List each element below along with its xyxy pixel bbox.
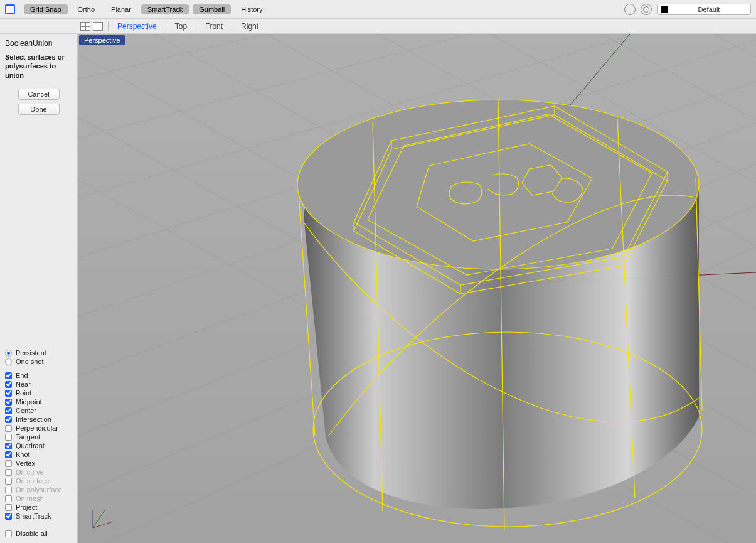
checkbox-icon (5, 434, 12, 441)
checkbox-icon (5, 487, 12, 493)
command-panel: BooleanUnion Select surfaces or polysurf… (0, 34, 78, 543)
checkbox-icon (5, 451, 12, 458)
current-layer-dropdown[interactable]: Default (657, 4, 751, 15)
view-tabs-bar: PerspectiveTopFrontRight (0, 19, 756, 34)
osnap-on-surface: On surface (5, 476, 72, 485)
cancel-button[interactable]: Cancel (18, 89, 60, 100)
osnap-near[interactable]: Near (5, 380, 72, 389)
osnap-project[interactable]: Project (5, 503, 72, 512)
snap-toggle-history[interactable]: History (235, 4, 269, 14)
view-tab-front[interactable]: Front (196, 22, 232, 31)
snap-toggle-smarttrack[interactable]: SmartTrack (141, 4, 189, 14)
command-name: BooleanUnion (5, 39, 72, 48)
done-button[interactable]: Done (18, 104, 60, 115)
checkbox-icon (5, 399, 12, 406)
snap-toggle-ortho[interactable]: Ortho (72, 4, 102, 14)
topbar-right: Default (624, 4, 751, 15)
checkbox-icon (5, 381, 12, 388)
selected-cylinder (297, 100, 699, 509)
checkbox-icon (5, 478, 12, 485)
single-view-icon[interactable] (93, 22, 103, 31)
checkbox-icon (5, 504, 12, 511)
osnap-end[interactable]: End (5, 371, 72, 380)
osnap-knot[interactable]: Knot (5, 450, 72, 459)
four-view-icon[interactable] (80, 22, 90, 31)
checkbox-icon (5, 425, 12, 432)
snap-toggle-gumball[interactable]: Gumball (193, 4, 231, 14)
radio-icon (5, 350, 12, 357)
osnap-tangent[interactable]: Tangent (5, 433, 72, 441)
osnap-smarttrack[interactable]: SmartTrack (5, 512, 72, 520)
view-tab-top[interactable]: Top (166, 22, 196, 31)
osnap-point[interactable]: Point (5, 389, 72, 397)
checkbox-icon (5, 390, 12, 397)
osnap-vertex[interactable]: Vertex (5, 459, 72, 468)
snap-toggle-planar[interactable]: Planar (105, 4, 137, 14)
viewport-perspective[interactable]: Perspective (78, 34, 756, 543)
checkbox-icon (5, 513, 12, 520)
snap-toggle-grid-snap[interactable]: Grid Snap (24, 4, 68, 14)
osnap-disable-all[interactable]: Disable all (5, 529, 72, 538)
osnap-mode-persistent[interactable]: Persistent (5, 348, 72, 357)
viewport-canvas (78, 34, 756, 543)
view-tab-right[interactable]: Right (232, 22, 267, 31)
checkbox-icon (5, 495, 12, 502)
radio-icon (5, 358, 12, 365)
osnap-mode-oneshot[interactable]: One shot (5, 357, 72, 366)
osnap-on-polysurface: On polysurface (5, 485, 72, 494)
osnap-perpendicular[interactable]: Perpendicular (5, 424, 72, 433)
command-prompt: Select surfaces or polysurfaces to union (5, 53, 72, 80)
record-history-icon[interactable] (641, 4, 652, 15)
selection-filter-icon[interactable] (624, 4, 636, 15)
osnap-quadrant[interactable]: Quadrant (5, 441, 72, 450)
layer-name: Default (671, 6, 747, 13)
snap-toggles: Grid SnapOrthoPlanarSmartTrackGumballHis… (24, 4, 269, 14)
top-toolbar: Grid SnapOrthoPlanarSmartTrackGumballHis… (0, 0, 756, 19)
checkbox-icon (5, 530, 12, 537)
osnap-midpoint[interactable]: Midpoint (5, 397, 72, 406)
view-tab-perspective[interactable]: Perspective (109, 22, 166, 31)
svg-line-35 (93, 522, 113, 528)
layer-swatch (661, 6, 668, 13)
viewport-layout-icons (80, 22, 103, 31)
checkbox-icon (5, 443, 12, 449)
osnap-on-mesh: On mesh (5, 494, 72, 503)
osnap-on-curve: On curve (5, 468, 72, 476)
osnap-center[interactable]: Center (5, 406, 72, 415)
osnap-intersection[interactable]: Intersection (5, 415, 72, 424)
svg-line-36 (93, 509, 105, 528)
svg-line-8 (78, 34, 756, 109)
world-axes-gizmo (87, 503, 118, 534)
checkbox-icon (5, 460, 12, 467)
osnap-panel: Persistent One shot EndNearPointMidpoint… (5, 348, 72, 538)
checkbox-icon (5, 372, 12, 379)
checkbox-icon (5, 407, 12, 414)
app-icon (5, 4, 15, 14)
checkbox-icon (5, 416, 12, 423)
checkbox-icon (5, 469, 12, 476)
